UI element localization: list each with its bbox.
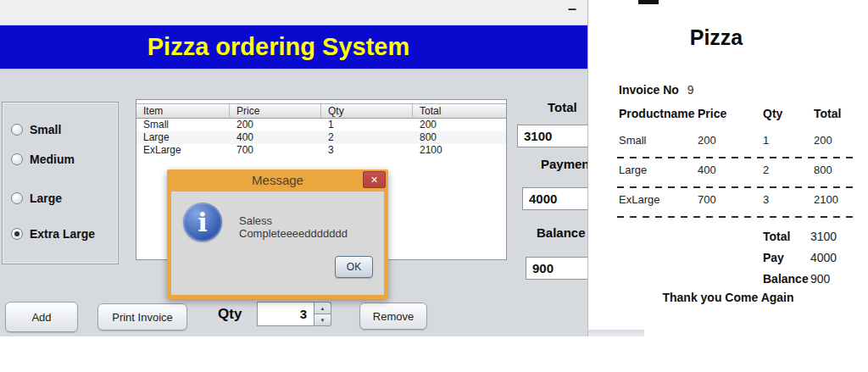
balance-label: Balance [537,225,586,240]
receipt-row: ExLarge 700 3 2100 [588,193,868,208]
size-option[interactable]: Medium [3,151,118,167]
cell-item: Small [136,119,230,131]
receipt-header-total: Total [814,107,868,120]
receipt-cell-total: 200 [814,134,868,149]
radio-button-icon[interactable] [11,228,23,240]
remove-button[interactable]: Remove [359,303,427,330]
cell-item: Large [136,131,230,144]
spinner-down-icon[interactable]: ▼ [314,314,331,326]
receipt-rows: Small 200 1 200 Large 400 2 800 [588,129,868,218]
cell-qty: 3 [321,144,413,157]
radio-button-icon[interactable] [11,192,23,204]
column-header-price[interactable]: Price [230,104,321,118]
size-option[interactable]: Small [3,121,118,137]
window-titlebar: – [0,0,587,25]
total-label: Total [548,100,577,114]
radio-button-icon[interactable] [11,153,23,165]
add-button[interactable]: Add [5,302,78,332]
size-option[interactable]: Extra Large [3,225,118,242]
receipt-total-row: Balance 900 [588,272,868,286]
dashed-divider [617,157,853,158]
table-row[interactable]: Small 200 1 200 [136,119,506,131]
receipt-totals: Total 3100 Pay 4000 Balance 900 [588,222,868,286]
payment-field[interactable]: 4000 [522,187,588,210]
receipt-header-row: Productname Price Qty Total [588,107,868,120]
column-header-total[interactable]: Total [413,104,508,118]
size-option-label: Extra Large [30,227,95,241]
receipt-cell-price: 200 [698,134,763,149]
cell-total: 200 [413,119,508,131]
invoice-preview-panel: Pizza Invoice No9 Productname Price Qty … [588,0,868,372]
page-title: Pizza ordering System [147,33,440,61]
message-dialog: Message ✕ i Saless Completeeeeddddddd OK [167,169,388,299]
receipt-total-row: Pay 4000 [588,251,868,264]
receipt-row-block: Small 200 1 200 [588,134,868,158]
dialog-message: Saless Completeeeeddddddd [239,214,381,240]
qty-input[interactable]: 3 [257,302,314,326]
receipt-cell-qty: 1 [763,134,814,149]
cell-qty: 2 [321,131,413,144]
minimize-icon[interactable]: – [564,3,581,19]
size-selection-panel: Small Medium Large Extra Large [2,102,119,264]
radio-button-icon[interactable] [11,124,23,136]
receipt-cell-product: Small [619,134,698,149]
invoice-number-line: Invoice No9 [619,83,694,97]
qty-label: Qty [218,306,242,323]
size-option-label: Small [30,123,61,136]
balance-field[interactable]: 900 [526,257,588,280]
receipt-row-block: Large 400 2 800 [588,164,868,188]
screenshot-stage: – Pizza ordering System Small Medium Lar… [0,0,868,372]
cell-qty: 1 [321,119,413,131]
receipt-cell-price: 400 [698,164,763,179]
column-header-qty[interactable]: Qty [321,104,413,118]
dialog-body: i Saless Completeeeeddddddd OK [171,192,384,295]
close-icon[interactable]: ✕ [363,171,386,188]
receipt-total-label: Pay [763,251,810,264]
receipt-total-value: 4000 [810,251,837,264]
ok-button[interactable]: OK [335,256,373,278]
receipt-row-block: ExLarge 700 3 2100 [588,193,868,218]
receipt-total-row: Total 3100 [588,230,868,243]
invoice-no-label: Invoice No [619,83,679,97]
receipt-cell-total: 800 [814,164,868,179]
window-fragment-artifact [638,0,659,4]
table-row[interactable]: ExLarge 700 3 2100 [136,144,506,157]
cell-price: 400 [230,131,321,144]
receipt-cell-price: 700 [698,193,763,208]
receipt-header-product: Productname [619,107,698,120]
receipt-cell-total: 2100 [814,193,868,208]
dashed-divider [617,186,853,188]
size-option-label: Large [30,192,62,205]
receipt-title: Pizza [588,25,844,50]
cell-price: 200 [230,119,321,131]
receipt-footer: Thank you Come Again [588,291,868,304]
receipt-cell-product: Large [619,164,698,179]
cell-total: 800 [413,131,508,144]
receipt-cell-product: ExLarge [619,193,698,208]
spinner-arrows: ▲ ▼ [314,302,331,326]
cell-total: 2100 [413,144,508,157]
info-icon: i [183,203,222,242]
dialog-title: Message [167,169,388,192]
invoice-no-value: 9 [687,83,694,97]
order-table-body: Small 200 1 200 Large 400 2 800 ExLarge … [136,119,506,157]
receipt-row: Large 400 2 800 [588,164,868,179]
size-option[interactable]: Large [3,190,118,206]
window-edge-shadow [588,330,644,336]
receipt-total-label: Total [763,230,810,243]
column-header-item[interactable]: Item [136,104,230,118]
payment-label: Payment [541,157,588,171]
order-table-header: Item Price Qty Total [136,103,506,119]
quantity-stepper: 3 ▲ ▼ [257,302,331,326]
total-field[interactable]: 3100 [517,125,588,147]
cell-item: ExLarge [136,144,230,157]
size-option-label: Medium [30,153,75,166]
receipt-header-price: Price [698,107,763,120]
print-invoice-button[interactable]: Print Invoice [97,303,187,330]
table-row[interactable]: Large 400 2 800 [136,131,506,144]
dashed-divider [617,216,853,218]
receipt-total-label: Balance [763,272,810,286]
receipt-header-qty: Qty [763,107,814,120]
spinner-up-icon[interactable]: ▲ [314,302,331,314]
receipt-total-value: 3100 [810,230,837,243]
